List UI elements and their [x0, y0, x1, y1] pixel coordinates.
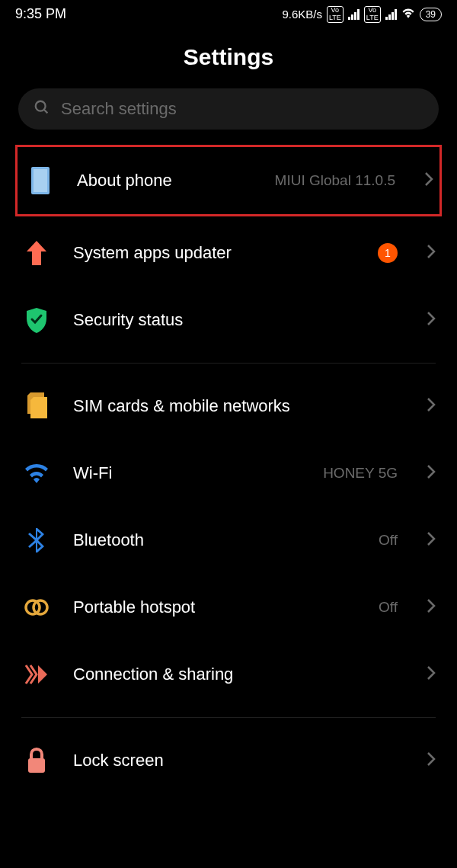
chevron-right-icon: [427, 598, 436, 617]
divider: [21, 363, 436, 364]
chevron-right-icon: [427, 397, 436, 415]
status-time: 9:35 PM: [15, 6, 66, 22]
item-label: Connection & sharing: [73, 665, 398, 684]
bluetooth-icon: [21, 525, 52, 556]
wifi-icon: [401, 8, 415, 21]
volte-icon-2: VoLTE: [364, 6, 381, 23]
settings-item-about-phone[interactable]: About phone MIUI Global 11.0.5: [15, 145, 442, 216]
item-label: SIM cards & mobile networks: [73, 396, 398, 416]
search-icon: [34, 99, 50, 119]
item-label: Lock screen: [73, 751, 398, 770]
chevron-right-icon: [427, 244, 436, 262]
item-value: MIUI Global 11.0.5: [275, 172, 395, 189]
phone-icon: [25, 165, 56, 196]
item-label: Portable hotspot: [73, 597, 357, 617]
arrow-up-icon: [21, 238, 52, 268]
hotspot-icon: [21, 592, 52, 623]
chevron-right-icon: [427, 531, 436, 549]
shield-check-icon: [21, 305, 52, 335]
chevron-right-icon: [424, 171, 433, 190]
svg-point-0: [36, 101, 46, 111]
chevron-right-icon: [427, 751, 436, 770]
settings-item-security-status[interactable]: Security status: [0, 287, 457, 354]
search-placeholder: Search settings: [61, 99, 177, 119]
chevron-right-icon: [427, 665, 436, 684]
volte-icon-1: VoLTE: [327, 6, 344, 23]
settings-item-sim-cards[interactable]: SIM cards & mobile networks: [0, 373, 457, 440]
svg-rect-6: [28, 758, 45, 773]
svg-rect-3: [34, 169, 47, 192]
item-value: HONEY 5G: [323, 465, 398, 482]
settings-item-system-apps-updater[interactable]: System apps updater 1: [0, 219, 457, 287]
item-value: Off: [379, 532, 398, 549]
chevron-right-icon: [427, 311, 436, 329]
item-label: Bluetooth: [73, 530, 357, 550]
signal-icon-1: [348, 9, 360, 20]
wifi-icon: [21, 458, 52, 488]
network-speed: 9.6KB/s: [282, 8, 322, 21]
chevron-right-icon: [427, 464, 436, 482]
settings-item-lock-screen[interactable]: Lock screen: [0, 727, 457, 794]
item-value: Off: [379, 599, 398, 616]
settings-item-portable-hotspot[interactable]: Portable hotspot Off: [0, 574, 457, 641]
signal-icon-2: [385, 9, 397, 20]
status-bar: 9:35 PM 9.6KB/s VoLTE VoLTE 39: [0, 0, 457, 29]
item-label: About phone: [77, 171, 254, 191]
status-indicators: 9.6KB/s VoLTE VoLTE 39: [282, 6, 442, 23]
sim-icon: [21, 391, 52, 421]
settings-item-connection-sharing[interactable]: Connection & sharing: [0, 641, 457, 708]
share-icon: [21, 659, 52, 690]
svg-line-1: [44, 110, 48, 114]
settings-list: About phone MIUI Global 11.0.5 System ap…: [0, 145, 457, 794]
battery-icon: 39: [420, 8, 442, 21]
item-label: System apps updater: [73, 243, 356, 263]
search-input[interactable]: Search settings: [18, 88, 439, 130]
lock-icon: [21, 745, 52, 776]
divider: [21, 717, 436, 718]
item-label: Wi-Fi: [73, 463, 302, 483]
item-label: Security status: [73, 310, 398, 330]
settings-item-bluetooth[interactable]: Bluetooth Off: [0, 507, 457, 574]
notification-badge: 1: [378, 243, 398, 263]
settings-item-wifi[interactable]: Wi-Fi HONEY 5G: [0, 440, 457, 507]
page-title: Settings: [0, 44, 457, 70]
